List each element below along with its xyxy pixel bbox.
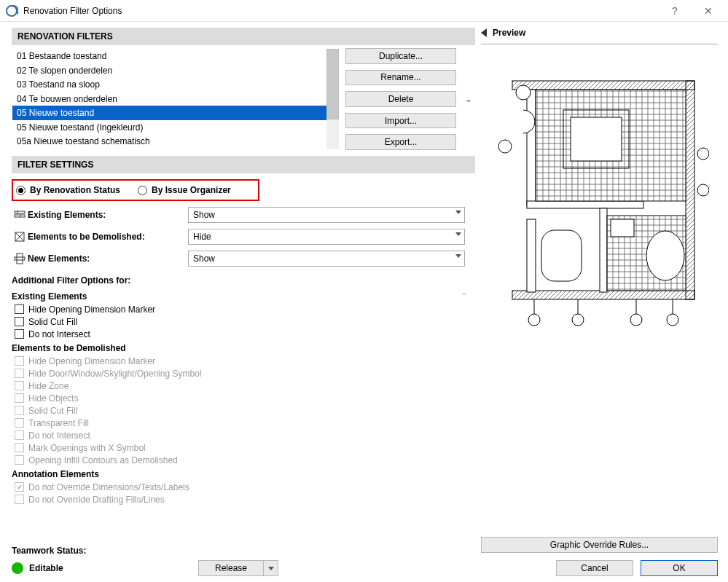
svg-rect-21	[571, 117, 622, 161]
chevron-down-icon	[455, 211, 461, 214]
option-row: Do not Override Dimensions/Texts/Labels	[12, 481, 475, 493]
radio-icon	[16, 186, 26, 195]
option-label: Solid Cut Fill	[28, 406, 77, 416]
option-label: Transparent Fill	[28, 418, 89, 428]
option-label: Solid Cut Fill	[28, 317, 77, 327]
option-row: Hide Zone	[12, 380, 475, 392]
filter-item[interactable]: 02 Te slopen onderdelen	[12, 63, 339, 78]
existing-elements-combo[interactable]: Show	[188, 207, 465, 223]
option-label: Opening Infill Contours as Demolished	[28, 455, 178, 465]
option-row[interactable]: Solid Cut Fill	[12, 315, 475, 328]
checkbox-icon	[15, 495, 24, 504]
chevron-up-icon[interactable]: ⌄	[461, 291, 468, 301]
graphic-override-rules-button[interactable]: Graphic Override Rules...	[481, 537, 718, 553]
radio-by-issue-organizer[interactable]: By Issue Organizer	[138, 185, 231, 195]
release-dropdown-button[interactable]	[264, 560, 278, 576]
svg-point-29	[572, 314, 584, 326]
checkbox-icon	[15, 393, 24, 403]
checkbox-icon	[15, 455, 24, 465]
combo-value: Show	[193, 210, 215, 220]
combo-value: Hide	[193, 232, 211, 242]
option-row[interactable]: Hide Opening Dimension Marker	[12, 303, 475, 315]
svg-rect-25	[611, 219, 634, 237]
option-label: Do not Override Dimensions/Texts/Labels	[28, 482, 189, 492]
svg-rect-10	[512, 81, 694, 90]
delete-button[interactable]: Delete	[345, 91, 456, 107]
import-button[interactable]: Import...	[345, 113, 456, 129]
option-row: Hide Opening Dimension Marker	[12, 355, 475, 367]
cancel-button[interactable]: Cancel	[556, 560, 633, 576]
checkbox-icon	[15, 430, 24, 440]
filters-listbox[interactable]: 01 Bestaande toestand02 Te slopen onderd…	[12, 48, 340, 150]
filter-item[interactable]: 01 Bestaande toestand	[12, 49, 339, 63]
new-elements-label: New Elements:	[28, 253, 188, 264]
export-button[interactable]: Export...	[345, 134, 456, 150]
option-row: Do not Intersect	[12, 429, 475, 441]
option-label: Hide Objects	[28, 393, 79, 404]
checkbox-icon	[15, 381, 24, 390]
checkbox-icon	[15, 418, 24, 428]
option-row[interactable]: Do not Intersect	[12, 328, 475, 340]
title-bar: Renovation Filter Options ? ✕	[0, 0, 728, 22]
checkbox-icon	[15, 356, 24, 366]
svg-rect-15	[527, 219, 536, 292]
status-dot-icon	[12, 562, 23, 574]
filter-item[interactable]: 05 Nieuwe toestand	[12, 106, 339, 120]
option-row: Opening Infill Contours as Demolished	[12, 454, 475, 466]
radio-label: By Issue Organizer	[152, 185, 231, 195]
window-title: Renovation Filter Options	[23, 6, 122, 16]
filter-item[interactable]: 05a Nieuwe toestand schematisch	[12, 134, 339, 149]
ok-button[interactable]: OK	[641, 560, 718, 576]
renovation-filters-header: RENOVATION FILTERS	[12, 28, 475, 45]
svg-rect-0	[15, 211, 25, 213]
filter-settings-header: FILTER SETTINGS	[12, 156, 475, 173]
checkbox-icon[interactable]	[15, 304, 24, 314]
existing-elements-label: Existing Elements:	[28, 210, 188, 220]
option-label: Do not Intersect	[28, 329, 90, 339]
svg-point-35	[697, 148, 709, 160]
preview-area	[481, 44, 718, 532]
chevron-down-icon	[455, 232, 461, 236]
radio-by-renovation-status[interactable]: By Renovation Status	[16, 185, 120, 195]
help-button[interactable]: ?	[658, 0, 692, 22]
svg-point-33	[667, 314, 678, 326]
option-label: Hide Opening Dimension Marker	[28, 356, 155, 366]
svg-rect-24	[541, 230, 582, 281]
demolish-elements-combo[interactable]: Hide	[188, 229, 465, 245]
svg-rect-1	[15, 215, 25, 217]
option-row: Hide Door/Window/Skylight/Opening Symbol	[12, 367, 475, 380]
filter-item[interactable]: 05 Nieuwe toestand (Ingekleurd)	[12, 120, 339, 135]
release-button[interactable]: Release	[198, 560, 264, 576]
checkbox-icon	[15, 406, 24, 415]
svg-rect-7	[17, 253, 23, 264]
scrollbar[interactable]	[326, 49, 339, 149]
checkbox-icon[interactable]	[15, 317, 24, 326]
svg-point-27	[528, 314, 540, 326]
rename-button[interactable]: Rename...	[345, 70, 456, 86]
new-elements-combo[interactable]: Show	[188, 251, 465, 267]
existing-block-title: Existing Elements	[12, 291, 87, 302]
chevron-down-icon[interactable]: ⌄	[462, 48, 475, 150]
option-label: Hide Zone	[28, 381, 69, 391]
svg-rect-13	[527, 90, 536, 206]
duplicate-button[interactable]: Duplicate...	[345, 48, 456, 64]
svg-point-19	[516, 85, 531, 100]
svg-point-37	[697, 184, 709, 196]
teamwork-status-value: Editable	[29, 563, 63, 573]
close-button[interactable]: ✕	[692, 0, 725, 22]
option-row: Hide Objects	[12, 392, 475, 404]
demolished-block-title: Elements to be Demolished	[12, 343, 475, 353]
svg-rect-16	[600, 208, 607, 292]
checkbox-icon[interactable]	[15, 329, 24, 339]
svg-point-31	[630, 314, 642, 326]
svg-rect-14	[527, 201, 643, 208]
collapse-left-icon[interactable]	[481, 28, 487, 37]
svg-rect-8	[15, 257, 25, 260]
filter-item[interactable]: 03 Toestand na sloop	[12, 77, 339, 92]
checkbox-icon	[15, 443, 24, 452]
checkbox-icon	[15, 369, 24, 378]
teamwork-status-label: Teamwork Status:	[12, 546, 475, 556]
filter-item[interactable]: 04 Te bouwen onderdelen	[12, 92, 339, 106]
additional-options-label: Additional Filter Options for:	[12, 275, 475, 286]
radio-label: By Renovation Status	[30, 185, 120, 195]
